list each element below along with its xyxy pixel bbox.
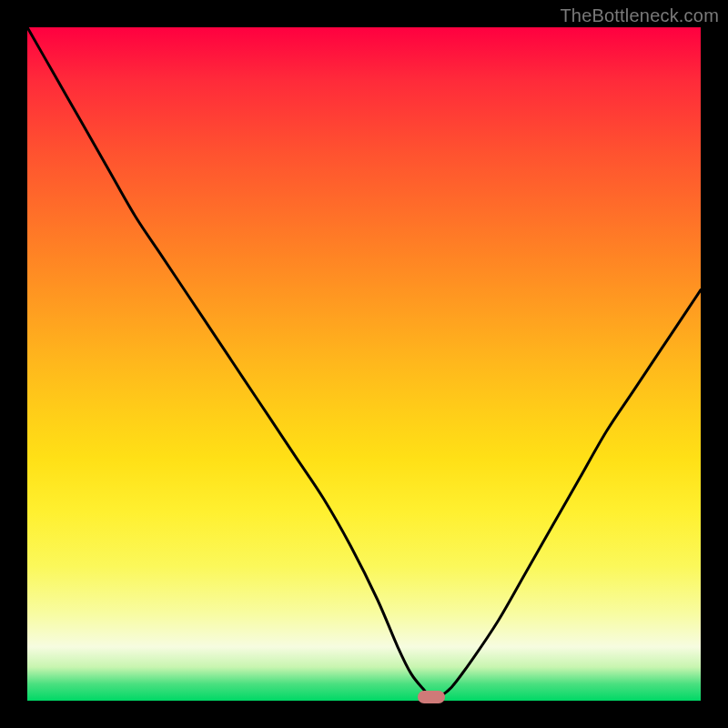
optimum-marker <box>418 691 445 703</box>
bottleneck-curve <box>27 27 701 701</box>
plot-area <box>27 27 701 701</box>
chart-frame: TheBottleneck.com <box>0 0 728 728</box>
watermark-label: TheBottleneck.com <box>560 5 719 26</box>
curve-path <box>27 27 701 698</box>
